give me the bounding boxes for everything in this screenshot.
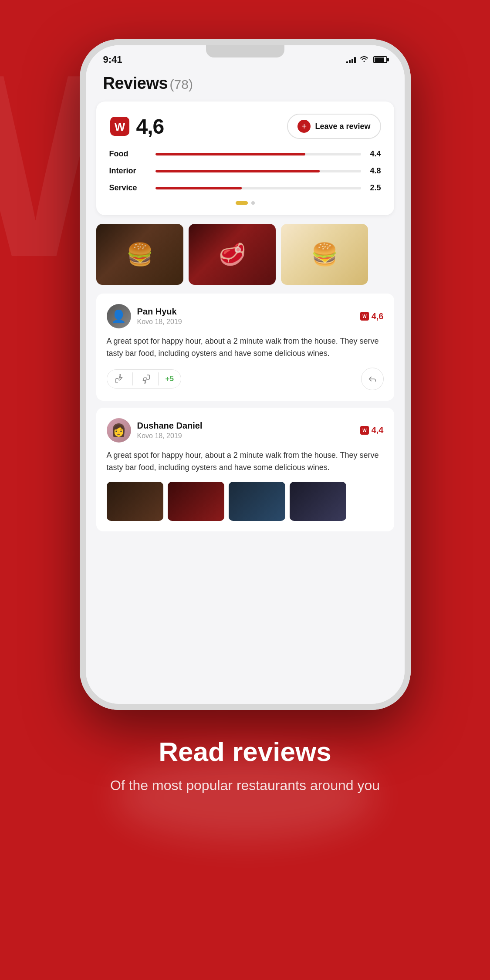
reviews-list: 👤 Pan Hyuk Kovo 18, 2019 W [86, 294, 405, 531]
rating-value-food: 4.4 [368, 149, 381, 159]
rating-logo-icon-1: W [360, 312, 369, 321]
photo-strip [86, 224, 405, 294]
screen-content: Reviews (78) W [86, 65, 405, 704]
reply-icon-1 [368, 374, 377, 384]
vote-buttons-1: +5 [107, 369, 181, 389]
review-photo-2-3[interactable] [229, 482, 285, 521]
reviewer-avatar-1: 👤 [107, 304, 131, 328]
rating-label-service: Service [109, 183, 149, 193]
review-photos-2 [107, 482, 384, 521]
rating-row-interior: Interior 4.8 [109, 166, 381, 176]
rating-label-interior: Interior [109, 166, 149, 176]
bottom-title: Read reviews [110, 736, 380, 767]
rating-bar-fill-service [155, 187, 242, 189]
review-item-1: 👤 Pan Hyuk Kovo 18, 2019 W [96, 294, 394, 401]
page-header: Reviews (78) [86, 70, 405, 101]
review-header-2: 👩 Dushane Daniel Kovo 18, 2019 W [107, 418, 384, 443]
dot-active[interactable] [236, 201, 248, 205]
svg-text:W: W [114, 120, 125, 133]
rating-logo-icon-2: W [360, 426, 369, 435]
photo-thumb-2[interactable] [189, 224, 276, 285]
rating-value-interior: 4.8 [368, 166, 381, 176]
bottom-section: Read reviews Of the most popular restaur… [84, 736, 406, 795]
reviewer-name-2: Dushane Daniel [137, 421, 203, 431]
app-logo: W [109, 116, 130, 137]
rating-row-food: Food 4.4 [109, 149, 381, 159]
review-rating-1: W 4,6 [360, 311, 384, 321]
vote-count-1: +5 [159, 370, 181, 388]
thumbs-down-icon-1 [141, 374, 150, 384]
signal-bars-icon [346, 56, 356, 63]
rating-value-service: 2.5 [368, 183, 381, 193]
reviewer-name-1: Pan Hyuk [137, 307, 182, 317]
rating-label-food: Food [109, 149, 149, 159]
review-photo-2-1[interactable] [107, 482, 163, 521]
review-text-2: A great spot for happy hour, about a 2 m… [107, 449, 384, 474]
review-rating-2: W 4,4 [360, 425, 384, 435]
review-rating-number-1: 4,6 [372, 311, 384, 321]
dot-inactive[interactable] [251, 201, 255, 205]
reviewer-info-2: 👩 Dushane Daniel Kovo 18, 2019 [107, 418, 203, 443]
rating-card: W 4,6 + Leave a review Foo [96, 101, 394, 215]
rating-bar-track-service [155, 187, 361, 189]
review-header-1: 👤 Pan Hyuk Kovo 18, 2019 W [107, 304, 384, 328]
phone-frame: 9:41 [80, 39, 411, 710]
thumbs-up-button-1[interactable] [107, 370, 132, 388]
status-time: 9:41 [103, 54, 122, 65]
review-count-badge: (78) [170, 77, 193, 91]
reviewer-date-2: Kovo 18, 2019 [137, 432, 203, 440]
pagination-dots [109, 201, 381, 205]
rating-bar-track-food [155, 153, 361, 155]
rating-row-service: Service 2.5 [109, 183, 381, 193]
review-photo-2-2[interactable] [168, 482, 224, 521]
svg-text:W: W [362, 314, 367, 319]
phone-wrapper: 9:41 [80, 39, 411, 710]
review-rating-number-2: 4,4 [372, 425, 384, 435]
phone-screen: 9:41 [86, 45, 405, 704]
rating-bar-track-interior [155, 170, 361, 172]
page-title: Reviews (78) [103, 74, 387, 93]
review-photo-2-4[interactable] [290, 482, 346, 521]
reviewer-avatar-2: 👩 [107, 418, 131, 443]
rating-bar-fill-interior [155, 170, 320, 172]
thumbs-down-button-1[interactable] [133, 370, 158, 388]
rating-bars: Food 4.4 Interior 4.8 [109, 149, 381, 193]
review-actions-1: +5 [107, 368, 384, 390]
wifi-icon [359, 55, 369, 64]
leave-review-button[interactable]: + Leave a review [287, 114, 381, 139]
rating-score-wrap: W 4,6 [109, 115, 164, 139]
reviewer-info-1: 👤 Pan Hyuk Kovo 18, 2019 [107, 304, 182, 328]
battery-icon [373, 56, 387, 63]
rating-bar-fill-food [155, 153, 306, 155]
review-item-2: 👩 Dushane Daniel Kovo 18, 2019 W [96, 408, 394, 531]
leave-review-plus-icon: + [297, 120, 311, 133]
bottom-subtitle: Of the most popular restaurants around y… [110, 776, 380, 795]
photo-thumb-3[interactable] [281, 224, 368, 285]
reply-button-1[interactable] [361, 368, 384, 390]
photo-thumb-1[interactable] [96, 224, 183, 285]
rating-top: W 4,6 + Leave a review [109, 114, 381, 139]
overall-rating-score: 4,6 [136, 115, 164, 139]
review-text-1: A great spot for happy hour, about a 2 m… [107, 335, 384, 360]
svg-text:W: W [362, 428, 367, 433]
reviewer-date-1: Kovo 18, 2019 [137, 318, 182, 326]
thumbs-up-icon-1 [115, 374, 125, 384]
status-icons [346, 55, 387, 64]
page-title-text: Reviews [103, 74, 168, 92]
leave-review-label: Leave a review [315, 122, 370, 131]
notch [206, 45, 284, 57]
